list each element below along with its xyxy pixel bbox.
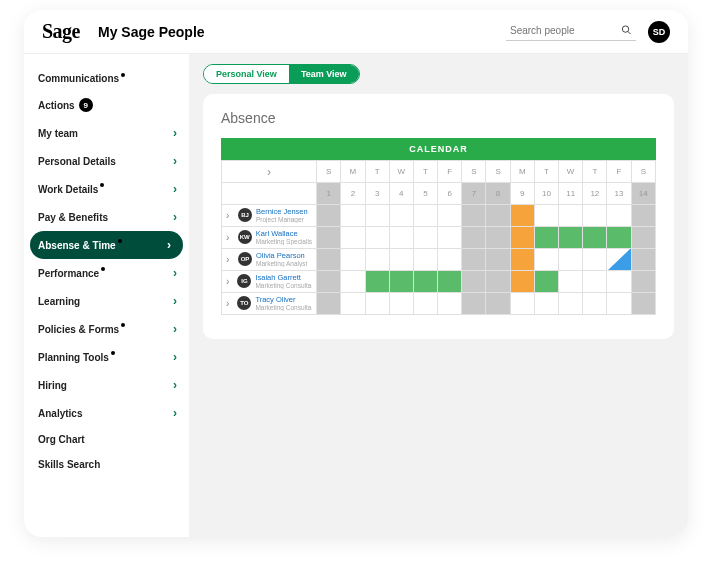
calendar-cell[interactable]: [486, 249, 510, 271]
calendar-cell[interactable]: [413, 227, 437, 249]
sidebar-item-org-chart[interactable]: Org Chart: [30, 427, 189, 452]
calendar-cell[interactable]: [389, 205, 413, 227]
calendar-cell[interactable]: [510, 205, 534, 227]
calendar-cell[interactable]: [534, 205, 558, 227]
sidebar-item-analytics[interactable]: Analytics›: [30, 399, 189, 427]
calendar-cell[interactable]: [413, 205, 437, 227]
sidebar-item-skills-search[interactable]: Skills Search: [30, 452, 189, 477]
sidebar-item-learning[interactable]: Learning›: [30, 287, 189, 315]
calendar-cell[interactable]: [365, 271, 389, 293]
calendar-cell[interactable]: [486, 293, 510, 315]
calendar-cell[interactable]: [583, 227, 607, 249]
calendar-cell[interactable]: [341, 293, 365, 315]
sidebar-item-my-team[interactable]: My team›: [30, 119, 189, 147]
calendar-cell[interactable]: [607, 271, 631, 293]
calendar-cell[interactable]: [583, 249, 607, 271]
calendar-cell[interactable]: [510, 293, 534, 315]
calendar-cell[interactable]: [607, 249, 631, 271]
expand-row-icon[interactable]: ›: [226, 276, 233, 287]
person-name-link[interactable]: Tracy Oliver: [255, 296, 312, 304]
calendar-cell[interactable]: [583, 271, 607, 293]
calendar-cell[interactable]: [317, 249, 341, 271]
sidebar-item-performance[interactable]: Performance›: [30, 259, 189, 287]
tab-personal-view[interactable]: Personal View: [204, 65, 289, 83]
expand-row-icon[interactable]: ›: [226, 254, 234, 265]
expand-row-icon[interactable]: ›: [226, 210, 234, 221]
calendar-cell[interactable]: [317, 205, 341, 227]
person-name-link[interactable]: Bernice Jensen: [256, 208, 308, 216]
sidebar-item-communications[interactable]: Communications: [30, 66, 189, 91]
calendar-cell[interactable]: [486, 227, 510, 249]
calendar-cell[interactable]: [607, 293, 631, 315]
calendar-cell[interactable]: [534, 271, 558, 293]
calendar-cell[interactable]: [583, 293, 607, 315]
sidebar-item-pay-benefits[interactable]: Pay & Benefits›: [30, 203, 189, 231]
person-name-link[interactable]: Karl Wallace: [256, 230, 312, 238]
calendar-cell[interactable]: [534, 227, 558, 249]
calendar-cell[interactable]: [365, 227, 389, 249]
calendar-cell[interactable]: [365, 249, 389, 271]
calendar-cell[interactable]: [389, 227, 413, 249]
calendar-cell[interactable]: [559, 271, 583, 293]
calendar-cell[interactable]: [365, 293, 389, 315]
calendar-cell[interactable]: [534, 293, 558, 315]
sidebar-item-absense-time[interactable]: Absense & Time›: [30, 231, 183, 259]
sidebar-item-actions[interactable]: Actions9: [30, 91, 189, 119]
search-input[interactable]: [510, 25, 621, 36]
sidebar-item-planning-tools[interactable]: Planning Tools›: [30, 343, 189, 371]
calendar-cell[interactable]: [438, 271, 462, 293]
calendar-cell[interactable]: [389, 293, 413, 315]
expand-row-icon[interactable]: ›: [226, 298, 233, 309]
expand-row-icon[interactable]: ›: [226, 232, 234, 243]
calendar-cell[interactable]: [438, 227, 462, 249]
calendar-cell[interactable]: [438, 293, 462, 315]
calendar-cell[interactable]: [317, 271, 341, 293]
calendar-cell[interactable]: [510, 271, 534, 293]
calendar-cell[interactable]: [631, 293, 655, 315]
calendar-cell[interactable]: [559, 249, 583, 271]
calendar-cell[interactable]: [486, 205, 510, 227]
calendar-cell[interactable]: [365, 205, 389, 227]
sidebar-item-policies-forms[interactable]: Policies & Forms›: [30, 315, 189, 343]
calendar-cell[interactable]: [510, 227, 534, 249]
user-avatar[interactable]: SD: [648, 21, 670, 43]
calendar-cell[interactable]: [510, 249, 534, 271]
person-name-link[interactable]: Olivia Pearson: [256, 252, 307, 260]
calendar-cell[interactable]: [389, 271, 413, 293]
sidebar-item-work-details[interactable]: Work Details›: [30, 175, 189, 203]
person-name-link[interactable]: Isaiah Garrett: [255, 274, 312, 282]
calendar-cell[interactable]: [341, 227, 365, 249]
calendar-cell[interactable]: [341, 249, 365, 271]
calendar-cell[interactable]: [607, 227, 631, 249]
calendar-cell[interactable]: [607, 205, 631, 227]
calendar-cell[interactable]: [438, 249, 462, 271]
calendar-cell[interactable]: [486, 271, 510, 293]
calendar-cell[interactable]: [559, 227, 583, 249]
search-field[interactable]: [506, 22, 636, 41]
calendar-cell[interactable]: [559, 205, 583, 227]
calendar-cell[interactable]: [631, 271, 655, 293]
calendar-next-arrow[interactable]: ›: [222, 161, 317, 183]
tab-team-view[interactable]: Team View: [289, 65, 359, 83]
calendar-cell[interactable]: [341, 271, 365, 293]
calendar-cell[interactable]: [389, 249, 413, 271]
calendar-cell[interactable]: [462, 227, 486, 249]
calendar-cell[interactable]: [631, 227, 655, 249]
calendar-cell[interactable]: [559, 293, 583, 315]
calendar-cell[interactable]: [631, 249, 655, 271]
calendar-cell[interactable]: [438, 205, 462, 227]
sidebar-item-hiring[interactable]: Hiring›: [30, 371, 189, 399]
calendar-cell[interactable]: [317, 293, 341, 315]
calendar-cell[interactable]: [341, 205, 365, 227]
calendar-cell[interactable]: [462, 205, 486, 227]
calendar-cell[interactable]: [317, 227, 341, 249]
calendar-cell[interactable]: [631, 205, 655, 227]
calendar-cell[interactable]: [462, 293, 486, 315]
calendar-cell[interactable]: [583, 205, 607, 227]
calendar-cell[interactable]: [462, 271, 486, 293]
sidebar-item-personal-details[interactable]: Personal Details›: [30, 147, 189, 175]
calendar-cell[interactable]: [534, 249, 558, 271]
calendar-cell[interactable]: [413, 249, 437, 271]
calendar-cell[interactable]: [413, 293, 437, 315]
calendar-cell[interactable]: [462, 249, 486, 271]
